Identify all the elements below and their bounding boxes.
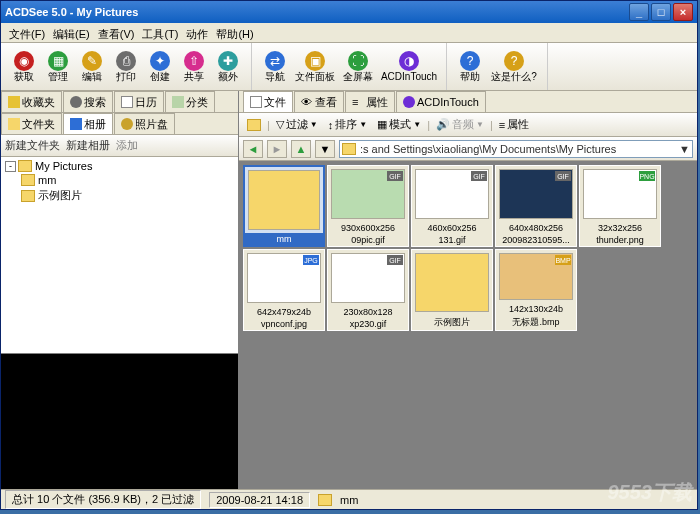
help-button[interactable]: ?帮助 (453, 45, 487, 88)
nav-hist-button[interactable]: ▼ (315, 140, 335, 158)
tab-acdintouch[interactable]: ACDInTouch (396, 91, 486, 112)
thumbnail-item[interactable]: 示例图片 (411, 249, 493, 331)
folder-up-button[interactable] (243, 117, 265, 133)
file-icon (250, 96, 262, 108)
acquire-button[interactable]: ◉获取 (7, 45, 41, 88)
left-tabs-bottom: 文件夹 相册 照片盘 (1, 113, 238, 135)
nav-up-button[interactable]: ▲ (291, 140, 311, 158)
share-button[interactable]: ⇧共享 (177, 45, 211, 88)
create-button[interactable]: ✦创建 (143, 45, 177, 88)
tree-node-samples[interactable]: 示例图片 (3, 187, 236, 204)
dropdown-icon[interactable]: ▼ (679, 143, 690, 155)
maximize-button[interactable]: □ (651, 3, 671, 21)
menu-view[interactable]: 查看(V) (94, 25, 139, 40)
thumbnail-item[interactable]: mm (243, 165, 325, 247)
menu-file[interactable]: 文件(F) (5, 25, 49, 40)
new-folder-button[interactable]: 新建文件夹 (5, 138, 60, 153)
folder-tree[interactable]: -My Pictures mm 示例图片 (1, 157, 238, 353)
fullscreen-button[interactable]: ⛶全屏幕 (338, 45, 378, 88)
tab-folders[interactable]: 文件夹 (1, 113, 62, 134)
list-icon: ≡ (499, 119, 505, 131)
thumbnail-item[interactable]: BMP142x130x24b无标题.bmp (495, 249, 577, 331)
thumb-filename: 示例图片 (412, 315, 492, 330)
folder-icon (8, 118, 20, 130)
add-button[interactable]: 添加 (116, 138, 138, 153)
print-button[interactable]: ⎙打印 (109, 45, 143, 88)
thumb-filename: mm (245, 233, 323, 245)
tree-root[interactable]: -My Pictures (3, 159, 236, 173)
tab-properties[interactable]: ≡属性 (345, 91, 395, 112)
nav-back-button[interactable]: ◄ (243, 140, 263, 158)
filepane-button[interactable]: ▣文件面板 (292, 45, 338, 88)
tab-search[interactable]: 搜索 (63, 91, 113, 112)
whatsthis-button[interactable]: ?这是什么? (487, 45, 541, 88)
thumbnail-grid[interactable]: mmGIF930x600x25609pic.gifGIF460x60x25613… (239, 161, 697, 489)
search-icon (70, 96, 82, 108)
tab-view[interactable]: 👁查看 (294, 91, 344, 112)
mode-button[interactable]: ▦模式▼ (373, 115, 425, 134)
menu-tools[interactable]: 工具(T) (138, 25, 182, 40)
thumbnail-item[interactable]: GIF460x60x256131.gif (411, 165, 493, 247)
path-input[interactable]: :s and Settings\xiaoliang\My Documents\M… (339, 140, 693, 158)
folder-icon (318, 494, 332, 506)
tab-categories[interactable]: 分类 (165, 91, 215, 112)
thumb-filename: 09pic.gif (328, 234, 408, 246)
collapse-icon[interactable]: - (5, 161, 16, 172)
new-album-button[interactable]: 新建相册 (66, 138, 110, 153)
tab-favorites[interactable]: 收藏夹 (1, 91, 62, 112)
thumbnail-item[interactable]: GIF230x80x128xp230.gif (327, 249, 409, 331)
edit-button[interactable]: ✎编辑 (75, 45, 109, 88)
speaker-icon: 🔊 (436, 118, 450, 131)
tree-node-mm[interactable]: mm (3, 173, 236, 187)
thumbnail-item[interactable]: JPG642x479x24bvpnconf.jpg (243, 249, 325, 331)
thumb-image: GIF (499, 169, 573, 219)
thumb-filename: xp230.gif (328, 318, 408, 330)
sort-button[interactable]: ↕排序▼ (324, 115, 371, 134)
thumbnail-item[interactable]: PNG32x32x256thunder.png (579, 165, 661, 247)
tab-album[interactable]: 相册 (63, 113, 113, 134)
folder-icon (21, 190, 35, 202)
acdintouch-button[interactable]: ◑ACDInTouch (378, 45, 440, 88)
thumb-dimensions: 640x480x256 (496, 222, 576, 234)
minimize-button[interactable]: _ (629, 3, 649, 21)
status-total: 总计 10 个文件 (356.9 KB)，2 已过滤 (5, 490, 201, 509)
close-button[interactable]: × (673, 3, 693, 21)
left-subtoolbar: 新建文件夹 新建相册 添加 (1, 135, 238, 157)
nav-button[interactable]: ⇄导航 (258, 45, 292, 88)
thumb-filename: thunder.png (580, 234, 660, 246)
thumb-filename: 131.gif (412, 234, 492, 246)
extras-button[interactable]: ✚额外 (211, 45, 245, 88)
thumb-image: BMP (499, 253, 573, 300)
right-pane: 文件 👁查看 ≡属性 ACDInTouch | ▽过滤▼ ↕排序▼ ▦模式▼ |… (239, 91, 697, 489)
menu-edit[interactable]: 编辑(E) (49, 25, 94, 40)
category-icon (172, 96, 184, 108)
nav-fwd-button[interactable]: ► (267, 140, 287, 158)
folder-icon (21, 174, 35, 186)
tab-calendar[interactable]: 日历 (114, 91, 164, 112)
preview-pane (1, 353, 238, 489)
right-toolbar: | ▽过滤▼ ↕排序▼ ▦模式▼ | 🔊音频▼ | ≡属性 (239, 113, 697, 137)
funnel-icon: ▽ (276, 118, 284, 131)
thumb-filename: vpnconf.jpg (244, 318, 324, 330)
tab-file[interactable]: 文件 (243, 91, 293, 112)
thumb-dimensions: 230x80x128 (328, 306, 408, 318)
props-button[interactable]: ≡属性 (495, 115, 533, 134)
grid-icon: ▦ (377, 118, 387, 131)
status-folder: mm (340, 494, 358, 506)
filter-button[interactable]: ▽过滤▼ (272, 115, 322, 134)
tab-photodisk[interactable]: 照片盘 (114, 113, 175, 134)
audio-button[interactable]: 🔊音频▼ (432, 115, 488, 134)
back-icon: ◄ (248, 143, 259, 155)
thumb-dimensions: 142x130x24b (496, 303, 576, 315)
folder-icon (18, 160, 32, 172)
menu-actions[interactable]: 动作 (182, 25, 212, 40)
thumbnail-item[interactable]: GIF930x600x25609pic.gif (327, 165, 409, 247)
titlebar: ACDSee 5.0 - My Pictures _ □ × (1, 1, 697, 23)
star-icon (8, 96, 20, 108)
window-title: ACDSee 5.0 - My Pictures (5, 6, 629, 18)
thumbnail-item[interactable]: GIF640x480x256200982310595... (495, 165, 577, 247)
disc-icon (121, 118, 133, 130)
menu-help[interactable]: 帮助(H) (212, 25, 257, 40)
manage-button[interactable]: ▦管理 (41, 45, 75, 88)
thumb-image: GIF (331, 169, 405, 219)
